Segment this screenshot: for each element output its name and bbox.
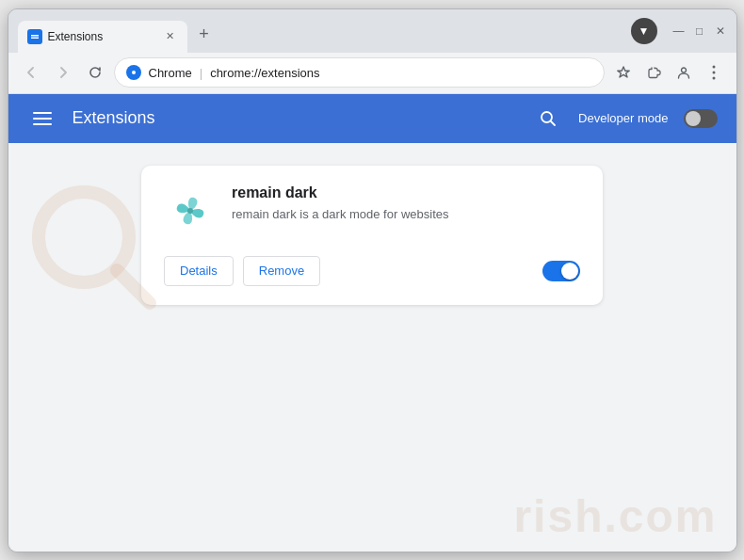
svg-point-12 <box>187 208 193 214</box>
extension-name: remain dark <box>232 184 448 201</box>
svg-point-4 <box>132 71 136 74</box>
menu-button[interactable] <box>701 59 727 86</box>
star-button[interactable] <box>610 59 637 86</box>
address-bar[interactable]: Chrome | chrome://extensions <box>114 57 605 88</box>
svg-point-10 <box>39 192 129 282</box>
new-tab-button[interactable]: + <box>191 22 218 48</box>
svg-point-8 <box>712 77 715 80</box>
title-bar: Extensions ✕ + ▼ — □ ✕ <box>8 9 736 53</box>
address-separator: | <box>200 66 202 80</box>
download-icon: ▼ <box>639 24 650 38</box>
svg-rect-0 <box>29 31 40 42</box>
extension-description: remain dark is a dark mode for websites <box>232 205 448 224</box>
svg-rect-1 <box>31 35 39 37</box>
hamburger-menu-button[interactable] <box>27 104 57 134</box>
toolbar-actions <box>610 59 727 86</box>
svg-point-6 <box>712 66 715 69</box>
developer-mode-toggle[interactable] <box>684 109 718 128</box>
extension-card: remain dark remain dark is a dark mode f… <box>141 166 603 305</box>
address-favicon <box>126 65 141 80</box>
tab-favicon <box>27 29 42 44</box>
svg-point-7 <box>712 72 715 74</box>
extension-toggle[interactable] <box>542 261 580 281</box>
tab-title: Extensions <box>48 30 157 43</box>
chrome-label: Chrome <box>149 66 192 80</box>
remove-button[interactable]: Remove <box>243 256 320 286</box>
extension-bottom-row: Details Remove <box>164 256 580 286</box>
extension-toggle-knob <box>561 263 578 280</box>
extensions-header-bar: Extensions Developer mode <box>8 94 736 143</box>
forward-button[interactable] <box>50 59 76 86</box>
minimize-button[interactable]: — <box>672 24 686 38</box>
browser-window: Extensions ✕ + ▼ — □ ✕ <box>8 8 737 552</box>
extension-info: remain dark remain dark is a dark mode f… <box>232 184 448 224</box>
close-window-button[interactable]: ✕ <box>714 24 727 38</box>
watermark-magnifier <box>27 181 159 334</box>
hamburger-line-2 <box>33 118 52 120</box>
extensions-button[interactable] <box>640 59 667 86</box>
browser-toolbar: Chrome | chrome://extensions <box>8 53 736 94</box>
watermark-text: rish.com <box>513 490 717 542</box>
reload-button[interactable] <box>82 59 108 86</box>
tab-close-button[interactable]: ✕ <box>163 29 178 44</box>
window-controls: — □ ✕ <box>672 24 727 38</box>
svg-point-5 <box>681 68 686 72</box>
hamburger-line-1 <box>33 112 52 114</box>
extension-icon <box>164 184 217 237</box>
svg-point-9 <box>542 112 552 122</box>
back-button[interactable] <box>18 59 44 86</box>
browser-tab[interactable]: Extensions ✕ <box>18 21 187 53</box>
url-text: chrome://extensions <box>210 66 591 80</box>
details-button[interactable]: Details <box>164 256 234 286</box>
tab-area: Extensions ✕ + <box>18 9 623 53</box>
toggle-knob <box>686 111 701 126</box>
extensions-content: remain dark remain dark is a dark mode f… <box>8 143 736 552</box>
extension-top-row: remain dark remain dark is a dark mode f… <box>164 184 580 237</box>
search-extensions-button[interactable] <box>533 104 563 134</box>
extensions-page-title: Extensions <box>73 108 519 128</box>
profile-button[interactable] <box>671 59 697 86</box>
download-button[interactable]: ▼ <box>631 18 657 44</box>
hamburger-line-3 <box>33 123 52 125</box>
maximize-button[interactable]: □ <box>693 24 706 38</box>
developer-mode-label: Developer mode <box>578 111 668 125</box>
svg-rect-2 <box>31 37 39 39</box>
